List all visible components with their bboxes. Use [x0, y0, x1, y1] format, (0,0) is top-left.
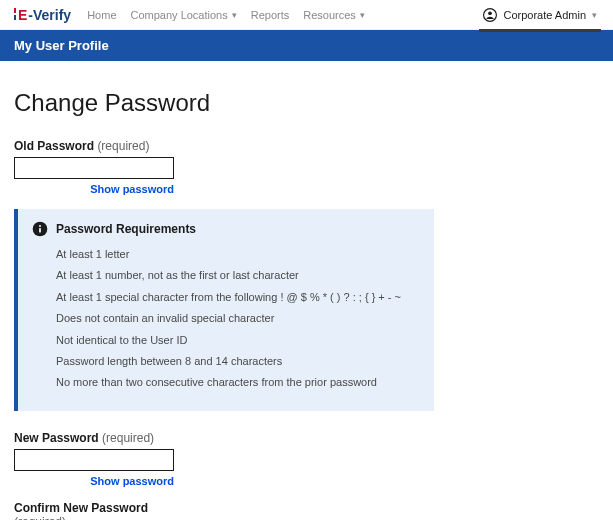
top-nav: E-Verify Home Company Locations ▾ Report…: [0, 0, 613, 30]
password-requirements-title: Password Requirements: [56, 222, 196, 236]
requirement-item: At least 1 special character from the fo…: [56, 290, 420, 305]
user-menu-area: Corporate Admin ▾: [481, 5, 599, 25]
chevron-down-icon: ▾: [360, 10, 365, 20]
page-banner: My User Profile: [0, 30, 613, 61]
page-title: Change Password: [14, 89, 599, 117]
required-indicator: (required): [97, 139, 149, 153]
password-requirements-header: Password Requirements: [32, 221, 420, 237]
old-password-field: Old Password (required) Show password: [14, 139, 202, 195]
password-requirements-list: At least 1 letter At least 1 number, not…: [32, 247, 420, 391]
info-icon: [32, 221, 48, 237]
user-role: Corporate Admin: [503, 9, 586, 21]
new-password-label: New Password (required): [14, 431, 202, 445]
active-menu-indicator: [479, 29, 601, 32]
old-password-input[interactable]: [14, 157, 174, 179]
old-password-label-text: Old Password: [14, 139, 94, 153]
requirement-item: At least 1 number, not as the first or l…: [56, 268, 420, 283]
confirm-password-label: Confirm New Password (required): [14, 501, 202, 520]
brand-logo[interactable]: E-Verify: [14, 7, 71, 23]
requirement-item: Password length between 8 and 14 charact…: [56, 354, 420, 369]
user-menu[interactable]: Corporate Admin ▾: [481, 5, 599, 25]
svg-point-1: [489, 11, 493, 15]
show-password-toggle[interactable]: Show password: [14, 183, 174, 195]
nav-company-locations[interactable]: Company Locations ▾: [131, 9, 237, 21]
nav-home[interactable]: Home: [87, 9, 116, 21]
required-indicator: (required): [14, 515, 66, 520]
nav-company-locations-label: Company Locations: [131, 9, 228, 21]
svg-rect-4: [39, 228, 41, 233]
old-password-label: Old Password (required): [14, 139, 202, 153]
required-indicator: (required): [102, 431, 154, 445]
requirement-item: Not identical to the User ID: [56, 333, 420, 348]
confirm-password-label-text: Confirm New Password: [14, 501, 148, 515]
requirement-item: At least 1 letter: [56, 247, 420, 262]
nav-reports[interactable]: Reports: [251, 9, 290, 21]
requirement-item: No more than two consecutive characters …: [56, 375, 420, 390]
nav-resources[interactable]: Resources ▾: [303, 9, 365, 21]
new-password-field: New Password (required) Show password: [14, 431, 202, 487]
chevron-down-icon: ▾: [232, 10, 237, 20]
requirement-item: Does not contain an invalid special char…: [56, 311, 420, 326]
page-body: Change Password Old Password (required) …: [0, 61, 613, 520]
new-password-label-text: New Password: [14, 431, 99, 445]
user-icon: [483, 8, 497, 22]
logo-verify: -Verify: [28, 7, 71, 23]
nav-resources-label: Resources: [303, 9, 356, 21]
chevron-down-icon: ▾: [592, 10, 597, 20]
svg-point-3: [39, 225, 41, 227]
primary-nav: Home Company Locations ▾ Reports Resourc…: [87, 9, 365, 21]
show-password-toggle[interactable]: Show password: [14, 475, 174, 487]
password-requirements-box: Password Requirements At least 1 letter …: [14, 209, 434, 411]
new-password-input[interactable]: [14, 449, 174, 471]
confirm-password-field: Confirm New Password (required) Show pas…: [14, 501, 202, 520]
logo-e: E: [14, 7, 27, 23]
